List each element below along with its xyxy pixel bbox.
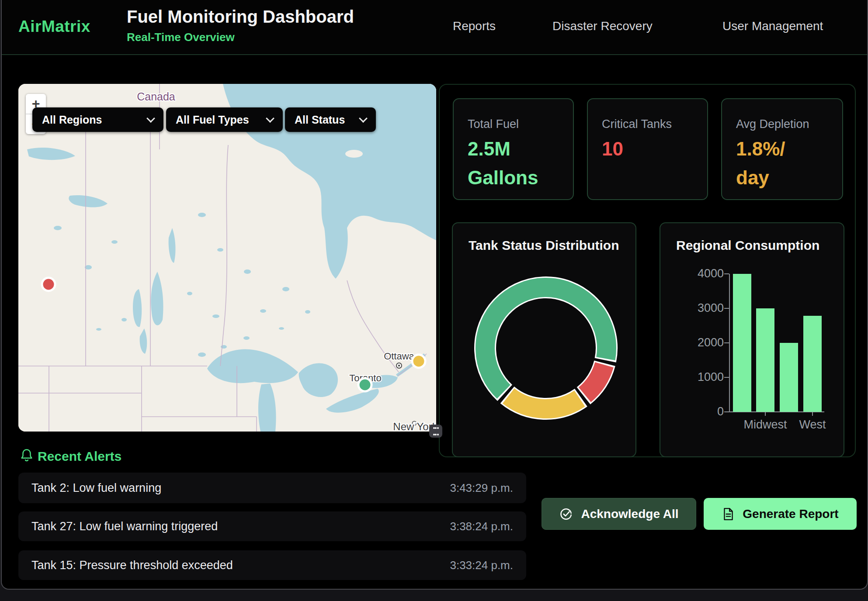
regional-consumption-chart-card: Regional Consumption 01000200030004000Mi…	[660, 222, 844, 457]
stat-value-line: 1.8%/	[736, 135, 829, 163]
nav-disaster-recovery[interactable]: Disaster Recovery	[552, 19, 653, 33]
alert-text: Tank 15: Pressure threshold exceeded	[31, 559, 233, 572]
y-axis-tick-label: 0	[684, 405, 724, 418]
y-axis-tick-label: 3000	[684, 301, 724, 315]
alert-time: 3:33:24 p.m.	[450, 559, 513, 572]
header: AirMatrix Fuel Monitoring Dashboard Real…	[2, 0, 867, 55]
map-drag-handle[interactable]	[429, 425, 442, 438]
fuel-types-filter-value: All Fuel Types	[176, 114, 249, 126]
generate-report-label: Generate Report	[743, 507, 838, 521]
y-axis-line	[729, 274, 730, 412]
alerts-heading: Recent Alerts	[38, 449, 122, 464]
fuel-types-filter-select[interactable]: All Fuel Types	[166, 107, 283, 132]
acknowledge-all-label: Acknowledge All	[581, 507, 678, 521]
y-axis-tick	[724, 342, 729, 343]
bar-1	[756, 308, 774, 412]
stat-card-total-fuel: Total Fuel 2.5M Gallons	[453, 98, 574, 200]
x-axis-tick	[765, 412, 766, 416]
stat-value-line: 10	[602, 135, 694, 163]
y-axis-tick	[724, 411, 729, 412]
map[interactable]: Canada Ottawa Toronto New York + − All R…	[18, 84, 436, 432]
svg-text:Ottawa: Ottawa	[384, 351, 414, 362]
y-axis-tick-label: 4000	[684, 267, 724, 280]
alert-text: Tank 2: Low fuel warning	[31, 481, 161, 495]
alert-time: 3:38:24 p.m.	[450, 520, 513, 533]
chart-title: Tank Status Distribution	[469, 238, 619, 253]
nav-reports[interactable]: Reports	[453, 19, 496, 33]
page-subtitle: Real-Time Overview	[127, 31, 235, 44]
check-circle-icon	[559, 507, 573, 521]
alert-row[interactable]: Tank 27: Low fuel warning triggered 3:38…	[18, 511, 526, 541]
bar-0	[733, 274, 751, 412]
y-axis-tick	[724, 273, 729, 274]
stat-label: Total Fuel	[468, 117, 560, 131]
regions-filter-value: All Regions	[42, 114, 102, 126]
stat-value-line: Gallons	[468, 163, 560, 192]
dashboard-window: AirMatrix Fuel Monitoring Dashboard Real…	[1, 0, 868, 590]
status-filter-value: All Status	[295, 114, 345, 126]
chevron-down-icon	[266, 114, 274, 123]
brand-logo: AirMatrix	[18, 17, 90, 36]
map-canvas: Canada Ottawa Toronto New York	[18, 84, 436, 432]
regions-filter-select[interactable]: All Regions	[32, 107, 163, 132]
alert-row[interactable]: Tank 2: Low fuel warning 3:43:29 p.m.	[18, 473, 526, 503]
y-axis-tick-label: 1000	[684, 370, 724, 384]
stat-label: Avg Depletion	[736, 117, 829, 131]
map-marker-normal[interactable]	[358, 378, 372, 391]
x-axis-tick	[812, 412, 813, 416]
svg-text:Canada: Canada	[137, 90, 175, 103]
stat-card-critical-tanks: Critical Tanks 10	[587, 98, 708, 200]
stat-value-line: day	[736, 163, 829, 192]
alert-time: 3:43:29 p.m.	[450, 481, 513, 495]
alert-text: Tank 27: Low fuel warning triggered	[31, 520, 218, 533]
tank-status-chart-card: Tank Status Distribution	[452, 222, 636, 457]
chevron-down-icon	[146, 114, 155, 123]
y-axis-tick	[724, 308, 729, 309]
alert-row[interactable]: Tank 15: Pressure threshold exceeded 3:3…	[18, 550, 526, 580]
bar-chart: 01000200030004000MidwestWest	[660, 223, 845, 458]
bar-2	[780, 343, 798, 412]
y-axis-tick-label: 2000	[684, 336, 724, 349]
map-marker-critical[interactable]	[42, 278, 55, 291]
donut-chart	[472, 274, 620, 422]
bell-icon	[20, 448, 33, 463]
file-text-icon	[722, 507, 735, 521]
stat-card-avg-depletion: Avg Depletion 1.8%/ day	[721, 98, 843, 200]
nav-user-management[interactable]: User Management	[722, 19, 823, 33]
map-marker-warning[interactable]	[412, 355, 425, 368]
page-title: Fuel Monitoring Dashboard	[127, 7, 354, 27]
stat-value-line: 2.5M	[468, 135, 560, 163]
stat-label: Critical Tanks	[602, 117, 694, 131]
y-axis-tick	[724, 377, 729, 378]
grip-dots-icon	[433, 427, 439, 435]
status-filter-select[interactable]: All Status	[285, 107, 376, 132]
chevron-down-icon	[359, 114, 368, 123]
bar-3	[803, 316, 822, 412]
generate-report-button[interactable]: Generate Report	[704, 498, 857, 530]
acknowledge-all-button[interactable]: Acknowledge All	[542, 498, 696, 530]
x-axis-tick-label: West	[782, 418, 843, 432]
